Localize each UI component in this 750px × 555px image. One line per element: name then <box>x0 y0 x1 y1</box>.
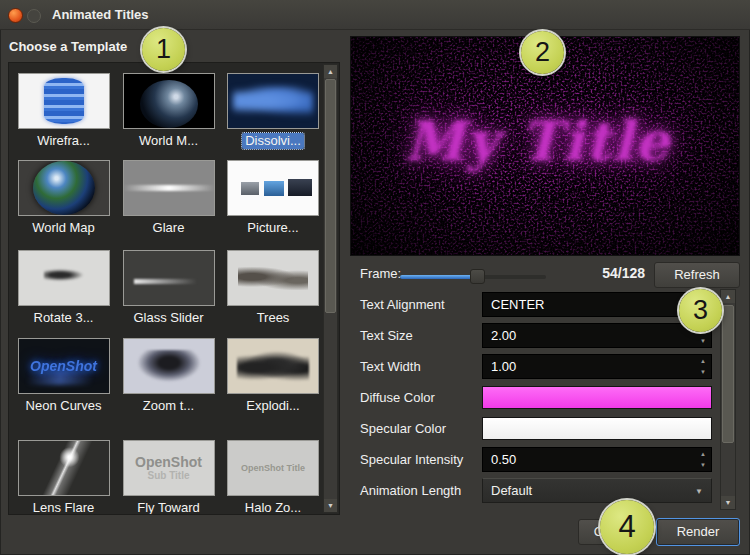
scroll-up-icon[interactable]: ▲ <box>721 290 735 303</box>
template-label: Zoom t... <box>140 398 197 414</box>
template-item-fly-toward[interactable]: OpenShot Sub Title Fly Toward <box>116 428 221 515</box>
frame-slider[interactable] <box>400 275 546 279</box>
text-size-field[interactable]: 2.00 ▲▼ <box>482 323 712 348</box>
template-thumbnail <box>123 73 215 129</box>
template-thumbnail <box>227 73 319 129</box>
thumbnail-text: OpenShot <box>30 358 97 374</box>
template-grid: Wirefra... World M... Dissolvi... World … <box>11 63 325 515</box>
text-width-label: Text Width <box>360 354 480 379</box>
template-item-exploding[interactable]: Explodi... <box>221 333 325 428</box>
scrollbar-thumb[interactable] <box>325 79 336 313</box>
template-thumbnail <box>123 338 215 394</box>
template-label: World Map <box>29 220 98 236</box>
template-item-dissolving[interactable]: Dissolvi... <box>221 68 325 155</box>
scrollbar-thumb[interactable] <box>722 305 734 443</box>
frame-counter: 54/128 <box>560 265 645 281</box>
template-item-rotate-360[interactable]: Rotate 3... <box>11 245 116 333</box>
animation-length-label: Animation Length <box>360 478 480 503</box>
template-item-halo-zoom[interactable]: OpenShot Title Halo Zo... <box>221 428 325 515</box>
template-label: Fly Toward <box>134 500 203 515</box>
template-label: Wirefra... <box>34 133 93 149</box>
scroll-down-icon[interactable]: ▼ <box>324 499 337 512</box>
template-thumbnail <box>123 160 215 216</box>
template-label: Trees <box>254 310 293 326</box>
window-title: Animated Titles <box>52 0 149 30</box>
choose-template-heading: Choose a Template <box>9 39 127 54</box>
template-label: Lens Flare <box>30 500 97 515</box>
render-button[interactable]: Render <box>656 518 740 546</box>
preview-title-text: My Title <box>351 109 725 173</box>
template-thumbnail <box>18 160 110 216</box>
template-item-glare[interactable]: Glare <box>116 155 221 245</box>
template-item-wireframe[interactable]: Wirefra... <box>11 68 116 155</box>
template-item-world-m[interactable]: World M... <box>116 68 221 155</box>
spinner-arrows-icon[interactable]: ▲▼ <box>698 450 708 470</box>
template-label: Neon Curves <box>23 398 105 414</box>
callout-badge-2: 2 <box>521 31 564 74</box>
template-thumbnail <box>227 250 319 306</box>
text-alignment-field[interactable]: CENTER ▲▼ <box>482 292 712 317</box>
callout-badge-1: 1 <box>142 28 185 71</box>
text-size-label: Text Size <box>360 323 480 348</box>
template-thumbnail <box>18 440 110 496</box>
thumbnail-text: OpenShot <box>135 455 202 470</box>
text-width-value: 1.00 <box>491 359 516 374</box>
text-alignment-value: CENTER <box>491 297 544 312</box>
callout-badge-3: 3 <box>679 289 722 332</box>
animation-length-dropdown[interactable]: Default ▼ <box>482 478 712 503</box>
template-label-selected: Dissolvi... <box>242 133 304 149</box>
title-bar: Animated Titles <box>0 0 750 30</box>
template-list-scrollbar[interactable]: ▲ ▼ <box>323 64 338 513</box>
template-item-glass-slider[interactable]: Glass Slider <box>116 245 221 333</box>
frame-slider-handle[interactable] <box>470 269 485 284</box>
close-icon[interactable] <box>8 8 23 23</box>
callout-badge-4: 4 <box>600 500 654 554</box>
text-width-field[interactable]: 1.00 ▲▼ <box>482 354 712 379</box>
specular-intensity-value: 0.50 <box>491 452 516 467</box>
diffuse-color-swatch[interactable] <box>482 386 712 409</box>
template-item-zoom-to[interactable]: Zoom t... <box>116 333 221 428</box>
template-item-lens-flare[interactable]: Lens Flare <box>11 428 116 515</box>
template-label: Halo Zo... <box>242 500 304 515</box>
frame-label: Frame: <box>360 266 401 281</box>
thumbnail-text: OpenShot Title <box>241 463 305 473</box>
template-item-picture[interactable]: Picture... <box>221 155 325 245</box>
template-label: Explodi... <box>243 398 302 414</box>
template-thumbnail <box>227 338 319 394</box>
template-item-trees[interactable]: Trees <box>221 245 325 333</box>
chevron-down-icon: ▼ <box>695 479 703 504</box>
template-item-world-map[interactable]: World Map <box>11 155 116 245</box>
refresh-button[interactable]: Refresh <box>654 262 740 288</box>
template-thumbnail <box>18 73 110 129</box>
text-size-value: 2.00 <box>491 328 516 343</box>
spinner-arrows-icon[interactable]: ▲▼ <box>698 357 708 377</box>
specular-intensity-field[interactable]: 0.50 ▲▼ <box>482 447 712 472</box>
template-item-neon-curves[interactable]: OpenShot Neon Curves <box>11 333 116 428</box>
template-thumbnail: OpenShot Sub Title <box>123 440 215 496</box>
text-alignment-label: Text Alignment <box>360 292 480 317</box>
template-thumbnail <box>227 160 319 216</box>
template-label: Glare <box>150 220 188 236</box>
template-label: Rotate 3... <box>31 310 97 326</box>
template-list: Wirefra... World M... Dissolvi... World … <box>8 62 340 515</box>
template-thumbnail <box>123 250 215 306</box>
scroll-down-icon[interactable]: ▼ <box>721 496 735 509</box>
thumbnail-subtext: Sub Title <box>147 470 189 482</box>
scroll-up-icon[interactable]: ▲ <box>324 65 337 78</box>
specular-color-swatch[interactable] <box>482 417 712 440</box>
template-label: Glass Slider <box>130 310 206 326</box>
animation-length-value: Default <box>491 483 532 498</box>
properties-scrollbar[interactable]: ▲ ▼ <box>720 289 736 510</box>
template-thumbnail: OpenShot <box>18 338 110 394</box>
template-thumbnail <box>18 250 110 306</box>
template-label: Picture... <box>244 220 301 236</box>
frame-slider-fill <box>400 275 476 279</box>
diffuse-color-label: Diffuse Color <box>360 385 480 410</box>
minimize-icon[interactable] <box>27 9 41 23</box>
specular-intensity-label: Specular Intensity <box>360 447 480 472</box>
specular-color-label: Specular Color <box>360 416 480 441</box>
template-thumbnail: OpenShot Title <box>227 440 319 496</box>
template-label: World M... <box>136 133 201 149</box>
